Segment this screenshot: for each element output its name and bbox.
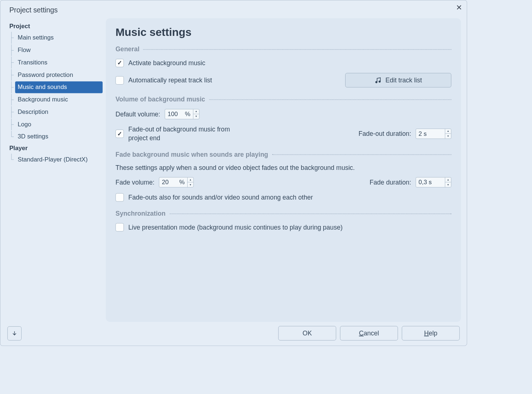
section-title-sync: Synchronization [115, 210, 166, 217]
footer: OK Cancel Help [0, 326, 467, 341]
page-title: Music settings [115, 26, 451, 38]
auto-repeat-label: Automatically repeat track list [128, 77, 212, 84]
fade-duration-input[interactable]: ▲ ▼ [415, 177, 451, 187]
fade-volume-unit: % [178, 179, 187, 186]
divider [272, 154, 451, 155]
section-general: General Activate background music Automa… [115, 46, 451, 88]
spin-down-icon[interactable]: ▼ [188, 182, 193, 187]
fade-volume-input[interactable]: % ▲ ▼ [159, 177, 194, 187]
sidebar: Project Main settings Flow Transitions P… [6, 18, 106, 322]
body-area: Project Main settings Flow Transitions P… [0, 18, 467, 322]
default-volume-label: Default volume: [115, 111, 160, 118]
spin-up-icon[interactable]: ▲ [445, 129, 451, 134]
spin-up-icon[interactable]: ▲ [188, 178, 193, 182]
default-volume-unit: % [184, 111, 193, 118]
tree-group-player: Player [9, 143, 103, 153]
fade-volume-label: Fade volume: [115, 179, 154, 186]
activate-background-music-label: Activate background music [128, 59, 205, 67]
dialog-title: Project settings [0, 0, 467, 18]
fadeout-project-end-checkbox[interactable] [115, 130, 124, 138]
help-button[interactable]: Help [402, 326, 460, 341]
fadeouts-also-label: Fade-outs also for sounds and/or video s… [128, 194, 313, 201]
sidebar-item-standard-player[interactable]: Standard-Player (DirectX) [15, 153, 103, 165]
close-icon [457, 5, 462, 10]
divider [143, 49, 451, 50]
close-button[interactable] [455, 4, 463, 11]
fadeout-duration-label: Fade-out duration: [359, 130, 411, 137]
fadeout-project-end-label: Fade-out of background music from projec… [128, 125, 251, 142]
sidebar-item-transitions[interactable]: Transitions [15, 57, 103, 68]
fade-duration-label: Fade duration: [370, 179, 411, 186]
spin-down-icon[interactable]: ▼ [193, 114, 199, 119]
project-settings-dialog: Project settings Project Main settings F… [0, 0, 467, 346]
arrow-down-icon [11, 330, 18, 337]
svg-point-0 [376, 81, 377, 83]
svg-point-1 [379, 81, 380, 82]
section-fade: Fade background music when sounds are pl… [115, 151, 451, 202]
auto-repeat-checkbox[interactable] [115, 76, 124, 85]
fade-description: These settings apply when a sound or vid… [115, 164, 451, 171]
fadeout-duration-input[interactable]: ▲ ▼ [415, 129, 451, 139]
content-panel: Music settings General Activate backgrou… [106, 18, 461, 322]
section-volume: Volume of background music Default volum… [115, 96, 451, 142]
spin-up-icon[interactable]: ▲ [193, 109, 199, 114]
spin-down-icon[interactable]: ▼ [445, 182, 451, 187]
divider [169, 213, 451, 214]
activate-background-music-checkbox[interactable] [115, 59, 124, 67]
sidebar-item-3d-settings[interactable]: 3D settings [15, 131, 103, 142]
live-presentation-checkbox[interactable] [115, 223, 124, 231]
ok-button[interactable]: OK [278, 326, 336, 341]
sidebar-item-main-settings[interactable]: Main settings [15, 32, 103, 44]
sidebar-item-description[interactable]: Description [15, 106, 103, 118]
spin-down-icon[interactable]: ▼ [445, 134, 451, 138]
sidebar-item-flow[interactable]: Flow [15, 44, 103, 56]
fade-volume-field[interactable] [159, 178, 178, 187]
export-button[interactable] [7, 326, 22, 341]
sidebar-item-background-music[interactable]: Background music [15, 94, 103, 105]
sidebar-item-logo[interactable]: Logo [15, 119, 103, 130]
default-volume-input[interactable]: % ▲ ▼ [165, 109, 200, 119]
fadeout-duration-field[interactable] [416, 129, 445, 138]
sidebar-item-music-and-sounds[interactable]: Music and sounds [15, 81, 103, 93]
default-volume-field[interactable] [165, 109, 184, 119]
fade-duration-field[interactable] [416, 178, 445, 187]
section-synchronization: Synchronization Live presentation mode (… [115, 210, 451, 231]
live-presentation-label: Live presentation mode (background music… [128, 224, 343, 231]
edit-track-list-button[interactable]: Edit track list [345, 73, 451, 88]
section-title-fade: Fade background music when sounds are pl… [115, 151, 268, 158]
fadeouts-also-checkbox[interactable] [115, 193, 124, 202]
cancel-button[interactable]: Cancel [340, 326, 398, 341]
section-title-general: General [115, 46, 139, 53]
tree-group-project: Project [9, 22, 103, 31]
edit-track-list-label: Edit track list [385, 77, 422, 84]
sidebar-item-password-protection[interactable]: Password protection [15, 69, 103, 81]
spin-up-icon[interactable]: ▲ [445, 178, 451, 182]
section-title-volume: Volume of background music [115, 96, 205, 103]
music-icon [374, 77, 381, 83]
divider [209, 99, 451, 100]
